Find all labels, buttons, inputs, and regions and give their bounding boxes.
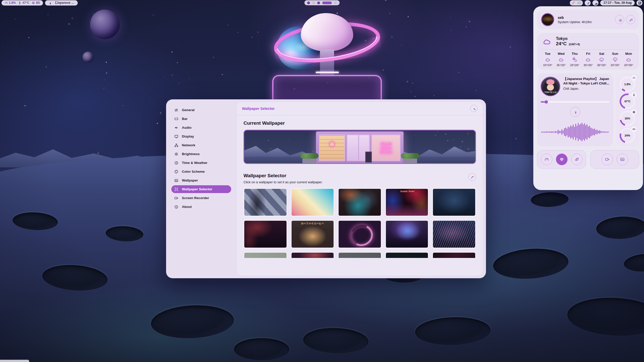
wallpaper-teal-blur[interactable] — [338, 188, 382, 216]
visualizer-bar — [573, 124, 574, 140]
play-pause-button[interactable] — [570, 107, 580, 117]
visualizer-bar — [585, 125, 586, 139]
slider-thumb[interactable] — [545, 100, 548, 104]
media-player-card: TOKYO LO 【Japanese Playlist】 Japan All N… — [537, 73, 613, 146]
workspace-dot[interactable] — [312, 2, 315, 4]
powersaver-profile-button[interactable] — [571, 154, 583, 165]
workspace-dot[interactable] — [322, 2, 332, 4]
sidebar-item[interactable]: Bar — [171, 115, 231, 123]
apps-grid-icon — [638, 1, 641, 5]
wallpaper-nebula-forest[interactable] — [385, 220, 429, 248]
forecast-day: Thu 33°/26° — [568, 52, 581, 67]
wallpaper-dark-plain[interactable] — [385, 252, 429, 258]
sidebar-item-label: Brightness — [182, 152, 200, 156]
app-launcher-button[interactable] — [636, 0, 642, 6]
cafe-window-right: Fresh Moon Beans — [371, 134, 400, 161]
sidebar-item-icon — [174, 108, 178, 112]
user-buttons — [615, 15, 635, 24]
visualizer-bar — [594, 128, 595, 135]
wallpaper-crimson-forest[interactable] — [244, 220, 287, 248]
visualizer-bar — [543, 131, 543, 133]
wallpaper-wireframe-wave[interactable] — [432, 220, 476, 248]
sidebar-item[interactable]: Wallpaper — [171, 176, 231, 184]
wallpaper-pastel-gradient[interactable] — [291, 188, 335, 216]
sidebar-item-label: Display — [182, 134, 194, 138]
bar-media-pill[interactable]: 【Japanese Playlist】 J... — [45, 0, 78, 6]
visualizer-bar — [570, 125, 571, 139]
volume-icon — [594, 1, 597, 5]
performance-profile-button[interactable] — [541, 154, 552, 165]
sidebar-item[interactable]: Audio — [171, 124, 231, 131]
power-button[interactable] — [626, 15, 635, 24]
forecast-day-name: Wed — [558, 52, 565, 56]
sidebar-item[interactable]: About — [171, 203, 231, 211]
weather-card: Tokyo 24°C (GMT+9) Tue 33°/24° Wed 35°/2… — [537, 33, 639, 70]
current-wallpaper-heading: Current Wallpaper — [244, 120, 476, 126]
workspace-dot[interactable] — [317, 2, 320, 4]
visualizer-bar — [598, 131, 599, 133]
forecast-day: Tue 33°/24° — [541, 52, 554, 67]
wallpaper-grey-plain[interactable] — [338, 252, 382, 258]
visualizer-bar — [593, 129, 594, 135]
sidebar-item[interactable]: Network — [171, 141, 231, 149]
visualizer-bar — [569, 127, 570, 137]
wallpaper-button[interactable] — [617, 154, 628, 165]
screenshot-tray-icon[interactable] — [577, 1, 581, 5]
wallpaper-maroon-abstract[interactable] — [432, 252, 476, 258]
notifications-button[interactable] — [585, 0, 591, 6]
visualizer-bar — [554, 131, 555, 133]
wallpaper-sage-plain[interactable] — [244, 252, 287, 258]
sidebar-item[interactable]: Screen Recorder — [171, 194, 231, 202]
weather-timezone: (GMT+9) — [569, 43, 580, 46]
balanced-profile-button[interactable] — [556, 154, 568, 165]
refresh-button[interactable] — [468, 173, 476, 181]
sidebar-item[interactable]: Wallpaper Selector — [171, 185, 231, 193]
visualizer-bar — [602, 131, 602, 133]
power-icon — [629, 18, 633, 22]
forecast-weather-icon — [598, 57, 605, 62]
cafe-menu-board — [365, 152, 372, 163]
bar-stat: 1.8% — [5, 1, 16, 5]
panel-title: Wallpaper Selector — [242, 107, 275, 111]
memory-ring: 16% — [620, 110, 636, 127]
screen-recorder-button[interactable] — [601, 154, 613, 165]
pause-icon — [48, 1, 51, 4]
wallpaper-purple-ring[interactable] — [338, 220, 382, 248]
user-card: seb System Uptime: 4h19m — [537, 10, 639, 29]
wallpaper-lofi-coffee-shop[interactable]: ローファイコーヒー — [291, 220, 335, 248]
album-art-text: TOKYO LO — [541, 91, 559, 94]
wallpaper-anime-girl-crosswalk[interactable] — [244, 188, 287, 216]
sidebar-item[interactable]: Time & Weather — [171, 159, 231, 167]
sidebar-item[interactable]: Display — [171, 132, 231, 140]
sidebar-item-label: Bar — [182, 117, 188, 121]
forecast-day: Mon 33°/26° — [622, 52, 635, 67]
workspaces-pill — [304, 0, 340, 5]
top-bar: 1.8% 47°C 8G 【Japanese Playlist】 J... — [0, 0, 644, 6]
forecast-temps: 33°/26° — [611, 64, 620, 67]
clock-pill[interactable]: 17:17 - Tue, 19 Aug — [600, 0, 635, 6]
settings-button[interactable] — [615, 15, 624, 24]
audio-visualizer — [541, 121, 610, 143]
wallpaper-neon-arcade[interactable]: Game Over — [385, 188, 429, 216]
cpu-usage-ring: 1.8% — [620, 76, 636, 93]
sidebar-item-icon — [174, 178, 178, 183]
visualizer-bar — [565, 127, 566, 137]
preview-cafe: Fresh Moon Beans — [316, 131, 404, 163]
visualizer-bar — [600, 131, 601, 133]
volume-button[interactable] — [592, 0, 598, 6]
color-picker-tray-icon[interactable] — [572, 1, 575, 5]
workspace-dot[interactable] — [334, 2, 337, 4]
sidebar-item[interactable]: Brightness — [171, 150, 231, 158]
media-progress-slider[interactable] — [541, 100, 610, 104]
visualizer-bar — [587, 124, 587, 140]
workspace-dot[interactable] — [307, 2, 310, 4]
sidebar-item[interactable]: Color Scheme — [171, 168, 231, 175]
sidebar-item-icon — [174, 152, 178, 156]
forecast-weather-icon — [545, 57, 551, 62]
wallpaper-red-trees[interactable] — [291, 252, 335, 258]
close-button[interactable] — [470, 105, 477, 112]
button-icon — [605, 157, 610, 162]
wallpaper-snowy-castle[interactable] — [432, 188, 476, 216]
sidebar-item-icon — [174, 205, 178, 209]
sidebar-item[interactable]: General — [171, 106, 231, 114]
